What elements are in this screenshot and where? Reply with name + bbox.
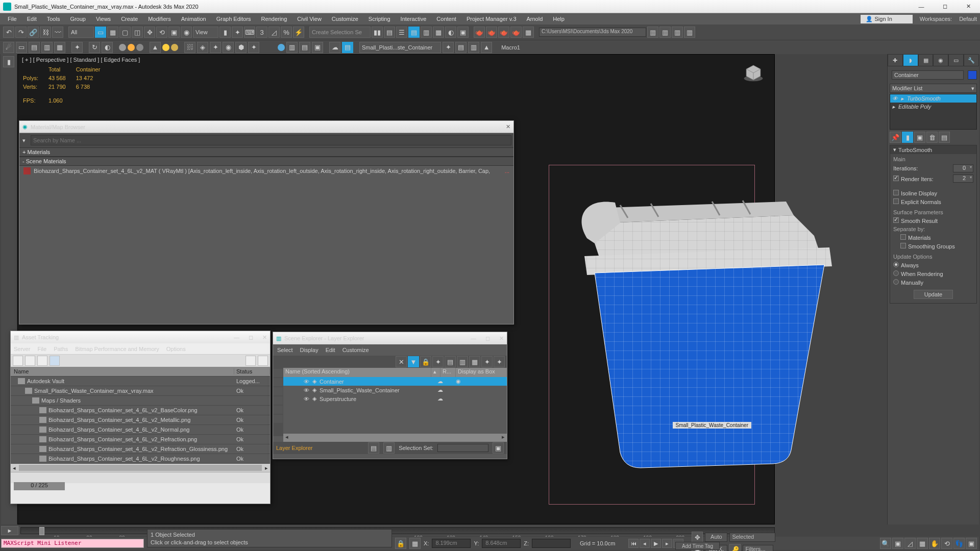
close-icon[interactable]: ✕ <box>506 123 510 130</box>
x-coord[interactable]: 8.199cm <box>432 539 471 548</box>
select-object-button[interactable]: ▭ <box>95 27 106 38</box>
material-browser-window[interactable]: ◉ Material/Map Browser ✕ ▾ + Materials -… <box>19 120 514 324</box>
scene-row[interactable]: 👁◈Container☁◉ <box>283 377 507 386</box>
se-side-btn[interactable] <box>274 387 283 395</box>
placement-button[interactable]: ◉ <box>181 27 192 38</box>
prev-frame-button[interactable]: ◂ <box>640 539 650 548</box>
menu-scripting[interactable]: Scripting <box>364 15 395 23</box>
asset-tracking-titlebar[interactable]: ▥ Asset Tracking —◻✕ <box>11 331 270 343</box>
tb2-b18[interactable]: ☁ <box>329 42 340 53</box>
select-name-button[interactable]: ▦ <box>107 27 118 38</box>
time-config-button[interactable]: ► <box>1 526 18 535</box>
minimize-button[interactable]: — <box>910 0 933 13</box>
angle-snap-button[interactable]: ◿ <box>268 27 280 38</box>
workspaces-dropdown[interactable]: Default <box>956 15 980 23</box>
menu-display[interactable]: Display <box>300 347 318 353</box>
schematic-view-button[interactable]: ▦ <box>433 27 444 38</box>
sign-in-button[interactable]: Sign In <box>861 15 913 23</box>
menu-rendering[interactable]: Rendering <box>257 15 292 23</box>
nav-btn[interactable]: ✥ <box>692 532 703 543</box>
dropdown-icon[interactable]: ▾ <box>19 137 29 144</box>
se-btn[interactable]: 🔒 <box>420 356 431 367</box>
tb2-b23[interactable]: ▲ <box>481 42 492 53</box>
hierarchy-tab[interactable]: ▦ <box>918 54 934 66</box>
key-btn[interactable]: 🔑 <box>729 544 741 551</box>
tb2-b22[interactable]: ▥ <box>468 42 479 53</box>
tb2-b21[interactable]: ▤ <box>455 42 467 53</box>
light-icon[interactable] <box>162 44 169 51</box>
modifier-editable-poly[interactable]: ▸Editable Poly <box>890 103 976 111</box>
curve-editor-button[interactable]: ▥ <box>421 27 432 38</box>
tb2-b14[interactable]: ✦ <box>248 42 259 53</box>
se-side-btn[interactable] <box>274 415 283 423</box>
asset-table-header[interactable]: NameStatus <box>11 367 270 377</box>
asset-scrollbar[interactable]: ◂▸ <box>11 464 270 472</box>
modifier-turbosmooth[interactable]: 👁▸TurboSmooth <box>890 94 976 103</box>
update-manual-radio[interactable]: Manually <box>893 279 973 286</box>
tb2-b20[interactable]: ✦ <box>443 42 454 53</box>
next-frame-button[interactable]: ▸ <box>662 539 672 548</box>
se-btn[interactable]: ▦ <box>469 356 480 367</box>
tb2-b17[interactable]: ▣ <box>312 42 323 53</box>
menu-modifiers[interactable]: Modifiers <box>143 15 176 23</box>
tb2-b9[interactable]: ⛆ <box>184 42 195 53</box>
modify-tab[interactable]: ◗ <box>903 54 918 66</box>
asset-row[interactable]: Small_Plastic_Waste_Container_max_vray.m… <box>11 386 270 396</box>
ref-coord-dropdown[interactable]: View <box>193 27 218 38</box>
render-button[interactable]: 🫖 <box>486 27 497 38</box>
render-setup-button[interactable]: ▣ <box>457 27 469 38</box>
menu-customize[interactable]: Customize <box>342 347 369 353</box>
se-btn[interactable]: ▤ <box>445 356 456 367</box>
menu-tools[interactable]: Tools <box>42 15 65 23</box>
menu-project-manager[interactable]: Project Manager v.3 <box>462 15 521 23</box>
path-btn2[interactable]: ▥ <box>659 27 671 38</box>
se-side-btn[interactable] <box>274 406 283 414</box>
minimize-icon[interactable]: — <box>234 334 239 341</box>
asset-row[interactable]: Biohazard_Sharps_Container_set_4_6L_v2_M… <box>11 415 270 425</box>
path-btn1[interactable]: ▥ <box>647 27 658 38</box>
se-btn[interactable]: ▥ <box>457 356 468 367</box>
time-handle[interactable] <box>39 527 44 535</box>
light-icon[interactable] <box>278 44 285 51</box>
object-color-swatch[interactable] <box>968 70 977 80</box>
fov-button[interactable]: ◿ <box>904 538 916 549</box>
se-btn[interactable]: ▼ <box>408 356 419 367</box>
zoom-all-button[interactable]: ▣ <box>892 538 903 549</box>
maximize-icon[interactable]: ◻ <box>485 335 490 342</box>
show-end-button[interactable]: ▮ <box>902 132 913 143</box>
se-bot-btn[interactable]: ▤ <box>368 442 379 454</box>
tb2-b1[interactable]: ☄ <box>3 42 14 53</box>
at-btn[interactable] <box>37 356 47 366</box>
move-button[interactable]: ✥ <box>144 27 155 38</box>
render-iters-checkbox[interactable] <box>893 176 899 181</box>
menu-options[interactable]: Options <box>166 346 186 352</box>
select-region-button[interactable]: ▢ <box>119 27 131 38</box>
left-btn[interactable]: ▮ <box>3 56 14 67</box>
scene-explorer-window[interactable]: ▥ Scene Explorer - Layer Explorer —◻✕ Se… <box>273 332 507 459</box>
iterations-spinner[interactable]: 0 <box>953 164 973 172</box>
material-editor-button[interactable]: ◐ <box>445 27 456 38</box>
abs-transform-button[interactable]: ▦ <box>409 538 421 549</box>
maximize-button[interactable]: ◻ <box>933 0 957 13</box>
render-iters-spinner[interactable]: 2 <box>953 174 973 183</box>
se-side-btn[interactable] <box>274 369 283 377</box>
modifier-list-dropdown[interactable]: Modifier List▾ <box>890 84 977 93</box>
material-search-input[interactable] <box>31 135 511 145</box>
light-icon[interactable] <box>136 44 143 51</box>
at-btn[interactable] <box>50 356 60 366</box>
render-a360-button[interactable]: ▦ <box>523 27 534 38</box>
object-name-field[interactable]: Container <box>892 70 964 80</box>
manipulate-button[interactable]: ✦ <box>232 27 243 38</box>
add-time-tag[interactable]: Add Time Tag <box>675 542 720 550</box>
asset-row[interactable]: Biohazard_Sharps_Container_set_4_6L_v2_R… <box>11 454 270 464</box>
menu-paths[interactable]: Paths <box>54 346 68 352</box>
remove-modifier-button[interactable]: 🗑 <box>926 132 938 143</box>
menu-server[interactable]: Server <box>14 346 30 352</box>
link-button[interactable]: 🔗 <box>28 27 39 38</box>
menu-edit[interactable]: Edit <box>22 15 41 23</box>
modifier-stack[interactable]: 👁▸TurboSmooth ▸Editable Poly <box>890 94 977 130</box>
auto-key-button[interactable]: Auto <box>705 533 727 542</box>
path-btn3[interactable]: ▥ <box>672 27 683 38</box>
selection-filter-dropdown[interactable]: All <box>68 27 94 38</box>
menu-graph-editors[interactable]: Graph Editors <box>212 15 256 23</box>
